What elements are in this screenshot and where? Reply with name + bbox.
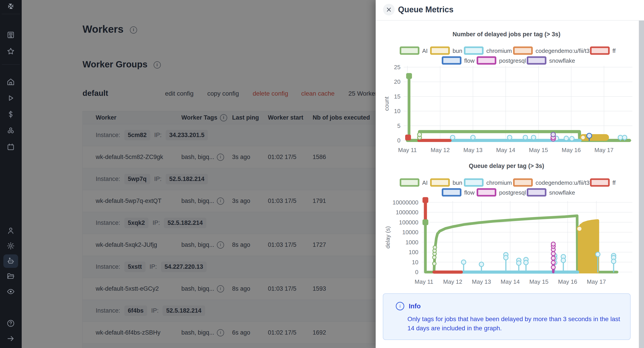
- sidebar-item-workers[interactable]: [6, 257, 15, 266]
- sidebar-divider: [2, 14, 20, 14]
- drawer-overlay[interactable]: [22, 0, 376, 348]
- svg-text:May 15: May 15: [529, 278, 548, 285]
- svg-text:AI: AI: [422, 179, 428, 186]
- sidebar-item-home[interactable]: [6, 77, 15, 86]
- sidebar-item-variables[interactable]: [6, 110, 15, 119]
- sidebar-item-resources[interactable]: [6, 126, 15, 135]
- svg-text:May 17: May 17: [587, 278, 606, 285]
- svg-text:ff: ff: [612, 179, 616, 186]
- svg-text:flow: flow: [464, 57, 474, 64]
- svg-text:AI: AI: [422, 48, 428, 54]
- svg-text:count: count: [383, 96, 390, 111]
- svg-text:Queue delay per tag (> 3s): Queue delay per tag (> 3s): [469, 162, 544, 169]
- sidebar-divider: [2, 65, 20, 65]
- svg-text:May 17: May 17: [594, 147, 613, 153]
- svg-text:May 13: May 13: [472, 278, 491, 285]
- info-title: Info: [409, 302, 420, 310]
- svg-text:Number of delayed jobs per tag: Number of delayed jobs per tag (> 3s): [452, 31, 560, 38]
- svg-text:1000000: 1000000: [396, 209, 418, 216]
- svg-text:May 14: May 14: [496, 147, 515, 153]
- drawer-title: Queue Metrics: [398, 5, 454, 14]
- svg-text:10: 10: [394, 108, 400, 114]
- info-callout: Info Only tags for jobs that have been d…: [383, 293, 630, 340]
- svg-text:May 16: May 16: [558, 278, 577, 285]
- svg-text:bun: bun: [452, 48, 462, 54]
- svg-text:postgresql: postgresql: [499, 57, 526, 64]
- info-icon: [396, 302, 404, 310]
- svg-text:May 13: May 13: [463, 147, 482, 153]
- sidebar-item-schedules[interactable]: [6, 142, 15, 151]
- svg-text:May 15: May 15: [529, 147, 548, 153]
- svg-text:10000: 10000: [402, 229, 418, 236]
- svg-text:codegendemo:u/fii/t3: codegendemo:u/fii/t3: [536, 48, 590, 54]
- sidebar-item-help[interactable]: [6, 319, 15, 328]
- sidebar: [0, 0, 22, 348]
- sidebar-item-runs[interactable]: [6, 94, 15, 103]
- sidebar-item-users[interactable]: [6, 226, 15, 235]
- svg-text:10000000: 10000000: [392, 199, 418, 206]
- sidebar-item-audit-logs[interactable]: [6, 287, 15, 296]
- svg-text:May 14: May 14: [501, 278, 520, 285]
- svg-text:May 11: May 11: [414, 278, 433, 285]
- svg-text:chromium: chromium: [486, 179, 512, 186]
- svg-text:0: 0: [397, 137, 400, 144]
- svg-text:ff: ff: [612, 48, 616, 54]
- close-icon: [386, 7, 392, 13]
- sidebar-item-favorites[interactable]: [6, 47, 15, 56]
- sidebar-item-workspace[interactable]: [6, 31, 15, 39]
- svg-text:5: 5: [397, 122, 400, 129]
- svg-text:15: 15: [394, 93, 400, 100]
- svg-text:May 12: May 12: [431, 147, 450, 153]
- svg-text:20: 20: [394, 78, 400, 85]
- svg-text:0: 0: [415, 269, 418, 275]
- svg-text:100000: 100000: [399, 219, 418, 226]
- windmill-logo[interactable]: [6, 2, 15, 11]
- svg-text:flow: flow: [464, 189, 474, 196]
- svg-text:chromium: chromium: [486, 48, 512, 54]
- svg-text:1000: 1000: [406, 239, 418, 246]
- svg-text:May 16: May 16: [562, 147, 581, 153]
- drawer-scrollbar[interactable]: [639, 21, 644, 348]
- svg-text:bun: bun: [452, 179, 462, 186]
- queue-metrics-drawer: Queue Metrics Number of delayed jobs per…: [376, 0, 644, 348]
- svg-text:May 11: May 11: [398, 147, 416, 153]
- sidebar-item-folders[interactable]: [6, 272, 15, 281]
- svg-text:delay (s): delay (s): [384, 226, 391, 249]
- info-text: Only tags for jobs that have been delaye…: [408, 314, 626, 333]
- svg-text:25: 25: [394, 64, 400, 71]
- svg-text:May 12: May 12: [443, 278, 462, 285]
- drawer-header: Queue Metrics: [376, 0, 644, 21]
- svg-text:postgresql: postgresql: [499, 189, 526, 196]
- sidebar-item-settings[interactable]: [6, 241, 15, 250]
- collapse-sidebar-icon[interactable]: [6, 334, 15, 343]
- svg-text:snowflake: snowflake: [549, 189, 575, 196]
- svg-text:10: 10: [412, 259, 418, 266]
- svg-text:codegendemo:u/fii/t3: codegendemo:u/fii/t3: [536, 179, 590, 186]
- close-drawer-button[interactable]: [383, 4, 395, 16]
- svg-text:snowflake: snowflake: [549, 57, 575, 64]
- svg-text:100: 100: [409, 249, 418, 256]
